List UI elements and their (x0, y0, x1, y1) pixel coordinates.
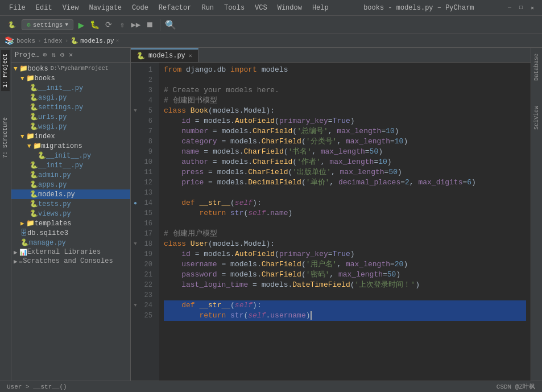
tree-db-sqlite3[interactable]: 🗄 db.sqlite3 (11, 228, 130, 238)
editor-tabs: 🐍 models.py ✕ (131, 48, 531, 63)
tree-index-apps[interactable]: 🐍 apps.py (11, 180, 130, 189)
editor-area: 🐍 models.py ✕ ▼ ● (131, 48, 531, 381)
gutter-line-14[interactable]: ● (131, 198, 140, 208)
project-settings-button[interactable]: ⚙ (59, 49, 65, 60)
tree-books-subfolder[interactable]: ▼ 📁 books (11, 73, 130, 83)
breadcrumb-index[interactable]: index (44, 38, 63, 44)
ln-16: 16 (140, 218, 156, 229)
code-line-24: def __str__(self): (164, 300, 526, 311)
gutter-line-17 (131, 229, 140, 239)
search-everywhere-button[interactable]: 🔍 (165, 19, 176, 31)
project-label: Proje… (15, 51, 39, 59)
menu-code[interactable]: Code (127, 2, 153, 14)
gutter-marks: ▼ ● ▼ ▼ (131, 63, 140, 381)
ln-24: 24 (140, 300, 156, 311)
menu-vcs[interactable]: VCS (250, 2, 272, 14)
stop-button[interactable]: ⏹ (144, 19, 155, 31)
menu-refactor[interactable]: Refactor (154, 2, 196, 14)
code-line-7: number = models.CharField('总编号', max_len… (164, 126, 526, 137)
titlebar: File Edit View Navigate Code Refactor Ru… (0, 0, 542, 16)
ln-1: 1 (140, 65, 156, 75)
gutter-line-18: ▼ (131, 239, 140, 249)
menu-file[interactable]: File (5, 2, 30, 14)
run-coverage-button[interactable]: ⟳ (103, 19, 114, 31)
run-configuration[interactable]: ⚙ settings ▼ (22, 19, 73, 30)
main-area: 1: Project 7: Structure Proje… ⊕ ⇅ ⚙ ✕ ▼… (0, 48, 542, 381)
menu-tools[interactable]: Tools (220, 2, 249, 14)
tree-index-models[interactable]: 🐍 models.py (11, 189, 130, 199)
menu-view[interactable]: View (58, 2, 84, 14)
tree-templates-folder[interactable]: ▶ 📁 templates (11, 218, 130, 228)
debug-button[interactable]: 🐛 (89, 19, 101, 31)
project-close-button[interactable]: ✕ (68, 49, 74, 60)
run-button[interactable]: ▶ (76, 19, 87, 31)
ln-3: 3 (140, 85, 156, 96)
run-config-label: settings (33, 22, 63, 28)
tree-migrations-folder[interactable]: ▼ 📁 migrations (11, 141, 130, 151)
maximize-button[interactable]: □ (516, 3, 526, 13)
ln-11: 11 (140, 167, 156, 178)
tab-close-button[interactable]: ✕ (189, 52, 192, 59)
code-line-16 (164, 218, 526, 229)
app-icon: 🐍 (5, 20, 19, 30)
ln-22: 22 (140, 280, 156, 290)
code-editor[interactable]: ▼ ● ▼ ▼ (131, 63, 531, 381)
menu-help[interactable]: Help (308, 2, 333, 14)
code-line-18: class User(models.Model): (164, 239, 526, 249)
minimize-button[interactable]: ─ (504, 3, 515, 13)
gutter-line-23 (131, 290, 140, 300)
tree-index-views[interactable]: 🐍 views.py (11, 209, 130, 218)
gutter-line-10 (131, 157, 140, 167)
ln-2: 2 (140, 75, 156, 85)
tree-books-wsgi[interactable]: 🐍 wsgi.py (11, 122, 130, 131)
menu-navigate[interactable]: Navigate (84, 2, 126, 14)
project-tree: ▼ 📁 books D:\PycharmProject ▼ 📁 books 🐍 … (11, 63, 130, 381)
tree-index-init[interactable]: 🐍 __init__.py (11, 160, 130, 170)
status-location[interactable]: User > __str__() (5, 383, 69, 390)
gutter-line-16 (131, 218, 140, 229)
right-tab-database[interactable]: Database (532, 50, 541, 84)
code-line-23 (164, 290, 526, 300)
tree-books-asgi[interactable]: 🐍 asgi.py (11, 93, 130, 102)
right-sidebar-tabs: Database SciView (531, 48, 542, 381)
gutter-line-13 (131, 188, 140, 198)
menu-bar: File Edit View Navigate Code Refactor Ru… (5, 2, 333, 14)
gutter-line-25 (131, 311, 140, 321)
editor-tab-models[interactable]: 🐍 models.py ✕ (131, 48, 198, 62)
gutter-line-6 (131, 116, 140, 126)
tree-external-libraries[interactable]: ▶ 📊 External Libraries (11, 247, 130, 257)
project-collapse-button[interactable]: ⇅ (50, 49, 56, 60)
code-content[interactable]: from django.db import models # Create yo… (159, 63, 531, 381)
sidebar-tab-structure[interactable]: 7: Structure (1, 114, 10, 162)
line-numbers: 1 2 3 4 5 6 7 8 9 10 11 12 13 14 15 16 1… (140, 63, 159, 381)
ln-14: 14 (140, 198, 156, 208)
breadcrumb-books[interactable]: books (16, 38, 35, 44)
tree-migrations-init[interactable]: 🐍 __init__.py (11, 151, 130, 160)
menu-edit[interactable]: Edit (31, 2, 57, 14)
close-button[interactable]: ✕ (527, 3, 537, 13)
gutter-line-3 (131, 85, 140, 96)
tree-scratches[interactable]: ▶ ✏ Scratches and Consoles (11, 257, 130, 266)
tree-books-init[interactable]: 🐍 __init__.py (11, 83, 130, 93)
sidebar-tab-project[interactable]: 1: Project (1, 50, 10, 91)
tree-books-settings[interactable]: 🐍 settings.py (11, 102, 130, 112)
ln-8: 8 (140, 137, 156, 147)
tree-books-urls[interactable]: 🐍 urls.py (11, 112, 130, 122)
gutter-line-24[interactable]: ▼ (131, 300, 140, 311)
tree-index-admin[interactable]: 🐍 admin.py (11, 170, 130, 180)
tree-root-books[interactable]: ▼ 📁 books D:\PycharmProject (11, 64, 130, 73)
ln-4: 4 (140, 96, 156, 106)
tree-index-folder[interactable]: ▼ 📁 index (11, 131, 130, 141)
tree-manage-py[interactable]: 🐍 manage.py (11, 238, 130, 247)
ln-20: 20 (140, 259, 156, 270)
tree-index-tests[interactable]: 🐍 tests.py (11, 199, 130, 209)
profile-button[interactable]: ⇧ (117, 19, 128, 31)
tab-label: models.py (148, 52, 185, 60)
status-csdn: CSDN @Z叶枫 (494, 382, 537, 391)
project-panel: Proje… ⊕ ⇅ ⚙ ✕ ▼ 📁 books D:\PycharmProje… (11, 48, 131, 381)
right-tab-sciview[interactable]: SciView (532, 102, 541, 133)
project-sync-button[interactable]: ⊕ (42, 49, 48, 60)
run-checks-button[interactable]: ▶▶ (130, 19, 142, 31)
menu-run[interactable]: Run (197, 2, 218, 14)
menu-window[interactable]: Window (273, 2, 307, 14)
